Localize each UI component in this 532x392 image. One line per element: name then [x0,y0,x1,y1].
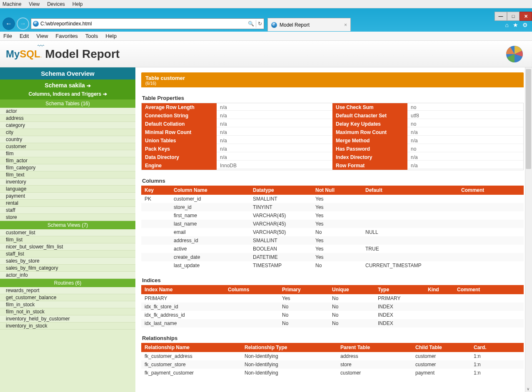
sidebar-view-item[interactable]: actor_info [0,272,135,279]
sidebar-tables-header[interactable]: Schema Tables (16) [0,99,135,108]
sidebar-table-item[interactable]: payment [0,193,135,200]
sidebar-view-item[interactable]: film_list [0,236,135,243]
gear-icon[interactable]: ⚙ [522,22,528,28]
sidebar: Schema Overview Schema sakila ➔ Columns,… [0,67,135,392]
tab-close-icon[interactable]: × [344,22,347,28]
sidebar-table-item[interactable]: film_category [0,164,135,171]
ie-menu-edit[interactable]: Edit [20,33,29,39]
prop-value: n/a [407,138,523,144]
table-row: PKcustomer_idSMALLINTYes [141,195,524,203]
prop-row: Maximum Row Countn/a [332,128,523,136]
vm-menu-machine[interactable]: Machine [2,1,21,7]
prop-row: Use Check Sumno [332,103,523,112]
sidebar-routine-item[interactable]: film_not_in_stock [0,308,135,315]
home-icon[interactable]: ⌂ [505,22,509,28]
vertical-scrollbar[interactable]: ∧ ∨ [525,67,532,392]
sidebar-table-item[interactable]: city [0,129,135,136]
vm-menu-help[interactable]: Help [72,1,83,7]
sidebar-table-item[interactable]: category [0,122,135,129]
sidebar-routine-item[interactable]: inventory_held_by_customer [0,315,135,323]
table-row: fk_payment_customerNon-Identifyingcustom… [141,369,524,377]
table-row: idx_fk_address_idNoNoINDEX [141,311,524,319]
sidebar-table-item[interactable]: address [0,115,135,122]
address-bar[interactable]: C:\wb\report\index.html 🔍 ↻ [31,18,264,29]
table-row: address_idSMALLINTYes [141,236,524,245]
prop-row: Connection Stringn/a [142,112,332,120]
sidebar-view-item[interactable]: nicer_but_slower_film_list [0,243,135,251]
browser-tab[interactable]: Model Report × [267,18,351,31]
sidebar-routine-item[interactable]: film_in_stock [0,301,135,308]
prop-row: Delay Key Updatesno [332,120,523,128]
sidebar-schema-title[interactable]: Schema sakila ➔ [0,79,135,91]
sidebar-routines-header[interactable]: Routines (6) [0,279,135,287]
sidebar-view-item[interactable]: customer_list [0,229,135,236]
scrollbar-thumb[interactable] [526,69,531,169]
dolphin-icon: 〰 [37,42,44,50]
report-header: 〰 MySQL. Model Report [0,41,532,67]
prop-value: no [407,146,523,152]
prop-value: no [407,121,523,127]
prop-key: Default Collation [142,120,217,128]
sidebar-routine-item[interactable]: rewards_report [0,287,135,294]
sidebar-table-item[interactable]: staff [0,207,135,214]
sidebar-table-item[interactable]: country [0,136,135,143]
prop-key: Maximum Row Count [332,128,407,136]
sidebar-table-item[interactable]: film_text [0,171,135,179]
prop-key: Use Check Sum [332,103,407,112]
prop-key: Delay Key Updates [332,120,407,128]
relationships-table: Relationship Name Relationship Type Pare… [141,343,524,377]
table-section-header: Table customer (6/16) [141,72,524,87]
pie-chart-icon [505,45,524,63]
table-row: create_dateDATETIMEYes [141,253,524,261]
table-row: fk_customer_storeNon-Identifyingstorecus… [141,360,524,369]
sidebar-table-item[interactable]: film [0,150,135,157]
sidebar-table-item[interactable]: language [0,186,135,193]
sidebar-table-item[interactable]: film_actor [0,157,135,164]
ie-menu-favorites[interactable]: Favorites [55,33,77,39]
table-row: last_nameVARCHAR(45)Yes [141,220,524,228]
sidebar-table-item[interactable]: rental [0,200,135,207]
sidebar-routine-item[interactable]: get_customer_balance [0,294,135,301]
forward-button[interactable]: → [17,17,29,30]
ie-menu-file[interactable]: File [3,33,12,39]
prop-key: Data Directory [142,153,217,161]
ie-menu-help[interactable]: Help [105,33,117,39]
prop-value: n/a [217,146,332,152]
sidebar-overview-header[interactable]: Schema Overview [0,67,135,79]
refresh-icon[interactable]: ↻ [258,21,262,27]
prop-row: Merge Methodn/a [332,136,523,145]
sidebar-schema-sub[interactable]: Columns, Indices and Triggers ➔ [0,91,135,99]
sidebar-routine-item[interactable]: inventory_in_stock [0,323,135,330]
table-properties: Average Row Lengthn/aConnection Stringn/… [141,103,524,170]
ie-menu-view[interactable]: View [36,33,48,39]
sidebar-view-item[interactable]: sales_by_film_category [0,265,135,272]
vm-menu-devices[interactable]: Devices [47,1,65,7]
sidebar-view-item[interactable]: sales_by_store [0,258,135,265]
ie-menu-tools[interactable]: Tools [85,33,98,39]
indices-title: Indices [142,277,524,283]
table-row: idx_last_nameNoNoINDEX [141,319,524,327]
prop-value: InnoDB [217,163,332,169]
sidebar-table-item[interactable]: customer [0,143,135,150]
table-row: last_updateTIMESTAMPNoCURRENT_TIMESTAMP [141,261,524,270]
search-icon[interactable]: 🔍 [248,21,254,27]
sidebar-view-item[interactable]: staff_list [0,251,135,258]
sidebar-table-item[interactable]: store [0,214,135,221]
vm-menu-view[interactable]: View [29,1,40,7]
prop-key: Connection String [142,112,217,120]
prop-key: Minimal Row Count [142,128,217,136]
ie-menubar: File Edit View Favorites Tools Help [0,32,532,41]
columns-table: Key Column Name Datatype Not Null Defaul… [141,186,524,270]
back-button[interactable]: ← [2,17,15,30]
prop-row: Average Row Lengthn/a [142,103,332,112]
sidebar-table-item[interactable]: inventory [0,179,135,186]
columns-title: Columns [142,178,524,184]
table-row: fk_customer_addressNon-Identifyingaddres… [141,352,524,360]
star-icon[interactable]: ★ [513,22,518,28]
scroll-down-icon[interactable]: ∨ [527,387,530,391]
sidebar-views-header[interactable]: Schema Views (7) [0,221,135,229]
prop-value: n/a [217,113,332,119]
sidebar-table-item[interactable]: actor [0,108,135,115]
vm-menubar: Machine View Devices Help [0,0,532,8]
prop-key: Index Directory [332,153,407,161]
